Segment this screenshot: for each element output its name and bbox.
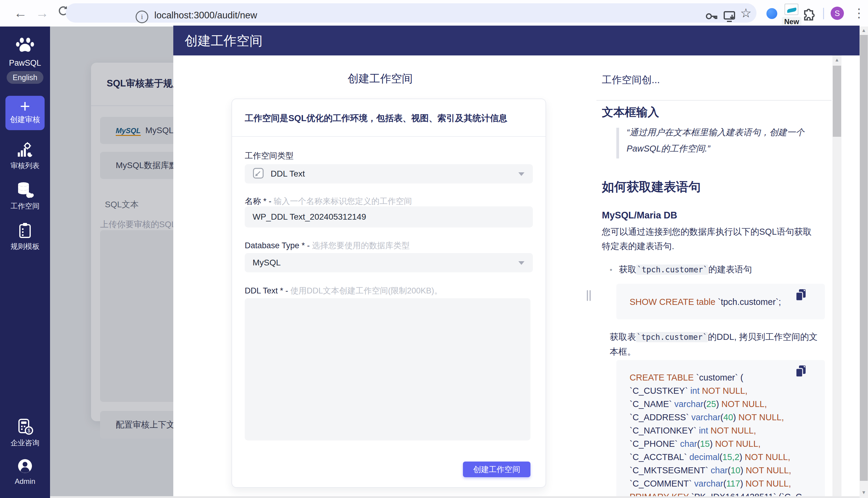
audit-list-icon (16, 142, 34, 159)
modal-scrollbar[interactable]: ▲ (832, 55, 841, 498)
chevron-down-icon (518, 261, 524, 265)
workspace-type-value: DDL Text (271, 169, 305, 179)
pawsql-logo-icon (0, 37, 50, 55)
ddl-text-textarea[interactable] (245, 298, 530, 441)
back-icon[interactable]: ← (12, 5, 29, 21)
help-panel: 工作空间创... 文本框输入 “通过用户在文本框里输入建表语句，创建一个 Paw… (602, 26, 826, 498)
workspace-info-banner: 工作空间是SQL优化的工作环境，包括表、视图、索引及其统计信息 (232, 99, 545, 137)
help-db-subtitle: MySQL/Maria DB (602, 210, 677, 221)
help-paragraph: 您可以通过连接到您的数据库执行以下的SQL语句获取特定表的建表语句. (602, 224, 819, 253)
sidebar-item-create-audit[interactable]: + 创建审核 (5, 96, 44, 130)
create-workspace-button[interactable]: 创建工作空间 (463, 461, 530, 477)
sidebar-item-label: 规则模板 (0, 241, 50, 251)
clipboard-icon (17, 222, 33, 240)
bookmark-star-icon[interactable]: ☆ (740, 6, 752, 21)
sidebar-item-label: 工作空间 (0, 201, 50, 211)
help-section-text-input: 文本框输入 (602, 105, 659, 120)
modal-scrollbar-thumb[interactable] (833, 66, 841, 137)
code-line: SHOW CREATE table `tpch.customer`; (630, 295, 781, 309)
sidebar-item-label: 创建审核 (5, 115, 44, 124)
password-key-icon[interactable] (705, 9, 718, 24)
code-line: CREATE TABLE `customer` ( (630, 371, 802, 384)
sidebar-item-enterprise-consult[interactable]: $ 企业咨询 (0, 418, 50, 448)
bullet-dot: • (610, 266, 612, 274)
inline-code: `tpch.customer` (636, 264, 708, 275)
ddl-text-hint: 使用DDL文本创建工作空间(限制200KB)。 (290, 286, 442, 295)
browser-toolbar: ← → i localhost:3000/audit/new ☆ New S ⋮ (0, 0, 868, 27)
create-table-code-block: CREATE TABLE `customer` ( `C_CUSTKEY` in… (616, 360, 825, 498)
workspace-type-select[interactable]: DDL Text (245, 164, 533, 183)
workspace-name-value: WP_DDL Text_202405312149 (252, 212, 366, 222)
inline-code: `tpch.customer` (636, 332, 708, 342)
blockquote-bar (616, 128, 619, 158)
new-badge: New (782, 17, 801, 27)
create-workspace-modal: 创建工作空间 创建工作空间 工作空间是SQL优化的工作环境，包括表、视图、索引及… (173, 26, 859, 498)
code-line: `C_ACCTBAL` decimal(15,2) NOT NULL, (630, 450, 802, 464)
sidebar-item-admin[interactable]: Admin (0, 458, 50, 486)
browser-menu-icon[interactable]: ⋮ (853, 6, 865, 20)
form-title: 创建工作空间 (173, 71, 587, 86)
extensions-puzzle-icon[interactable] (802, 6, 816, 22)
sidebar-item-label: 企业咨询 (0, 438, 50, 448)
database-type-hint: 选择您要使用的数据库类型 (312, 241, 410, 250)
language-toggle-button[interactable]: English (7, 71, 43, 84)
database-type-select[interactable]: MySQL (245, 253, 533, 272)
toolbar-separator (823, 8, 824, 19)
help-copy-paragraph: 获取表`tpch.customer`的DDL, 拷贝到工作空间的文本框。 (610, 330, 821, 359)
sidebar-item-workspace[interactable]: 工作空间 (0, 182, 50, 211)
url-text[interactable]: localhost:3000/audit/new (154, 10, 257, 21)
help-bullet-item: •获取`tpch.customer`的建表语句 (610, 264, 752, 276)
code-lines: CREATE TABLE `customer` ( `C_CUSTKEY` in… (630, 371, 802, 498)
window-scrollbar[interactable]: ▲ ▼ (859, 27, 868, 498)
sidebar-item-audit-list[interactable]: 审核列表 (0, 142, 50, 171)
divider (596, 100, 831, 101)
profile-avatar[interactable]: S (831, 6, 844, 20)
site-info-icon[interactable]: i (135, 11, 148, 23)
plus-icon: + (5, 97, 44, 115)
database-icon (16, 182, 34, 199)
extension-glyph (785, 4, 799, 15)
ddl-text-icon (252, 167, 264, 181)
svg-text:$: $ (28, 428, 30, 433)
copy-icon[interactable] (795, 289, 807, 303)
install-download-icon[interactable] (723, 9, 737, 25)
new-extension-icon[interactable]: New (782, 4, 801, 27)
code-line: `C_CUSTKEY` int NOT NULL, (630, 384, 802, 397)
workspace-type-label: 工作空间类型 (245, 150, 294, 161)
scroll-down-icon[interactable]: ▼ (859, 490, 868, 495)
window-scrollbar-thumb[interactable] (860, 35, 868, 481)
quote-line: “通过用户在文本框里输入建表语句，创建一个 (626, 127, 804, 139)
panel-resize-handle[interactable] (587, 290, 593, 302)
help-section-howto: 如何获取建表语句 (602, 179, 701, 195)
database-type-label: Database Type * - 选择您要使用的数据库类型 (245, 240, 410, 251)
calculator-dollar-icon: $ (16, 418, 34, 436)
workspace-info-text: 工作空间是SQL优化的工作环境，包括表、视图、索引及其统计信息 (245, 113, 507, 124)
help-blockquote: “通过用户在文本框里输入建表语句，创建一个 PawSQL的工作空间.” (616, 127, 804, 159)
code-line: `C_ADDRESS` varchar(40) NOT NULL, (630, 411, 802, 424)
name-label: 名称 * - 输入一个名称来标识您定义的工作空间 (245, 196, 412, 207)
ddl-text-label: DDL Text * - 使用DDL文本创建工作空间(限制200KB)。 (245, 285, 442, 296)
forward-icon[interactable]: → (34, 5, 51, 21)
scroll-up-icon[interactable]: ▲ (832, 57, 841, 63)
workspace-name-input[interactable]: WP_DDL Text_202405312149 (245, 206, 533, 227)
code-line: `C_NAME` varchar(25) NOT NULL, (630, 397, 802, 411)
extension-dot-icon[interactable] (766, 8, 777, 19)
code-line: `C_PHONE` char(15) NOT NULL, (630, 437, 802, 450)
horizontal-scrollbar-track[interactable] (50, 496, 859, 498)
sidebar-item-label: Admin (0, 477, 50, 486)
modal-header-title: 创建工作空间 (185, 32, 262, 50)
code-line: `C_MKTSEGMENT` char(10) NOT NULL, (630, 464, 802, 477)
quote-line: PawSQL的工作空间.” (626, 143, 804, 155)
sidebar-item-rule-template[interactable]: 规则模板 (0, 222, 50, 251)
code-line: `C_COMMENT` varchar(117) NOT NULL, (630, 477, 802, 490)
database-type-value: MySQL (252, 258, 281, 267)
sidebar-item-label: 审核列表 (0, 161, 50, 171)
code-line: `C_NATIONKEY` int NOT NULL, (630, 424, 802, 437)
screen: ← → i localhost:3000/audit/new ☆ New S ⋮ (0, 0, 868, 498)
scroll-up-icon[interactable]: ▲ (859, 28, 868, 33)
sidebar: PawSQL English + 创建审核 审核列表 工作空间 规则模板 (0, 27, 50, 498)
url-bar[interactable]: i localhost:3000/audit/new ☆ (66, 3, 756, 23)
chevron-down-icon (518, 172, 524, 176)
show-create-code-block: SHOW CREATE table `tpch.customer`; (616, 284, 825, 319)
name-hint: 输入一个名称来标识您定义的工作空间 (274, 197, 412, 206)
